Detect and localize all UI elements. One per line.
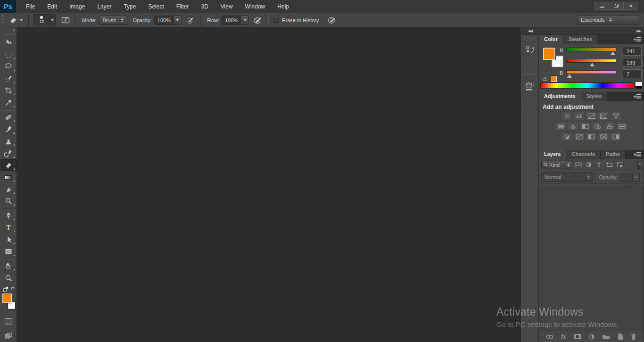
add-layer-style-button[interactable]: fx [561, 331, 566, 342]
tab-swatches[interactable]: Swatches [563, 35, 598, 44]
tool-move[interactable] [0, 37, 17, 49]
curves-icon[interactable] [586, 112, 596, 120]
canvas-area[interactable] [17, 27, 520, 342]
tab-adjustments[interactable]: Adjustments [539, 92, 581, 101]
tool-preset-picker[interactable] [7, 16, 25, 25]
tool-quick-selection[interactable] [0, 73, 17, 85]
red-slider[interactable] [566, 48, 616, 51]
swap-colors-icon[interactable]: ⇄ [11, 286, 15, 291]
gamut-warning-icon[interactable]: ⚠ [543, 75, 548, 82]
toolbar-header[interactable]: » [0, 27, 17, 33]
foreground-color-swatch[interactable] [543, 48, 555, 60]
menu-filter[interactable]: Filter [170, 0, 195, 13]
spectrum-white-swatch[interactable] [636, 82, 642, 86]
close-button[interactable]: ✕ [624, 2, 638, 10]
red-value-field[interactable]: 241 [623, 47, 642, 56]
toggle-brush-panel-button[interactable] [59, 14, 72, 26]
flow-dropdown[interactable]: 100% [222, 16, 249, 25]
green-value-field[interactable]: 133 [623, 58, 642, 67]
tab-color[interactable]: Color [539, 35, 563, 44]
delete-layer-button[interactable] [630, 331, 637, 342]
tool-gradient[interactable] [0, 171, 17, 183]
menu-view[interactable]: View [215, 0, 239, 13]
tool-zoom[interactable] [0, 272, 17, 284]
brush-picker-caret[interactable] [50, 14, 56, 26]
selective-color-icon[interactable] [611, 133, 621, 140]
toolbar-grip[interactable] [3, 33, 14, 35]
threshold-icon[interactable] [586, 133, 596, 140]
quick-mask-button[interactable] [0, 315, 17, 327]
flow-caret[interactable] [241, 16, 249, 25]
new-adjustment-layer-button[interactable] [588, 331, 595, 342]
color-balance-icon[interactable] [568, 122, 578, 130]
posterize-icon[interactable] [574, 133, 584, 140]
gamut-safe-swatch[interactable] [551, 76, 557, 82]
mode-dropdown[interactable]: Brush [99, 16, 127, 25]
brightness-contrast-icon[interactable] [561, 112, 572, 120]
tool-pen[interactable] [0, 210, 17, 222]
collapse-panels-icon[interactable]: ▶▶ [636, 29, 641, 33]
tool-rectangle[interactable] [0, 245, 17, 258]
tab-styles[interactable]: Styles [581, 92, 607, 101]
tool-crop[interactable] [0, 85, 17, 97]
menu-select[interactable]: Select [142, 0, 170, 13]
black-and-white-icon[interactable] [580, 122, 590, 130]
blue-slider-thumb[interactable] [567, 74, 572, 78]
tool-spot-healing-brush[interactable] [0, 111, 17, 123]
add-layer-mask-button[interactable] [573, 331, 581, 342]
pressure-size-button[interactable] [325, 14, 338, 26]
exposure-icon[interactable] [598, 112, 609, 120]
pressure-opacity-button[interactable] [184, 14, 197, 26]
menu-edit[interactable]: Edit [41, 0, 63, 13]
tool-hand[interactable] [0, 260, 17, 272]
tab-channels[interactable]: Channels [566, 150, 601, 159]
menu-image[interactable]: Image [63, 0, 91, 13]
expand-dock-icon[interactable]: ◀◀ [528, 29, 532, 33]
tool-brush[interactable] [0, 123, 17, 135]
layer-list[interactable] [539, 187, 644, 331]
tool-horizontal-type[interactable]: T [0, 221, 17, 234]
opacity-dropdown[interactable]: 100% [154, 16, 182, 25]
tool-eraser[interactable] [0, 159, 17, 171]
restore-button[interactable] [609, 2, 624, 10]
spectrum-black-swatch[interactable] [636, 86, 642, 89]
tool-path-selection[interactable] [0, 234, 17, 246]
menu-3d[interactable]: 3D [195, 0, 214, 13]
options-bar-grip[interactable] [1, 15, 4, 25]
vibrance-icon[interactable] [611, 112, 621, 120]
minimize-button[interactable] [594, 2, 609, 10]
layer-opacity-dropdown[interactable] [620, 173, 640, 182]
green-slider-thumb[interactable] [590, 63, 594, 66]
workspace-switcher[interactable]: Essentials [577, 15, 639, 24]
brush-preset-picker[interactable]: 13 [33, 14, 56, 26]
filter-shape-layers-icon[interactable] [605, 161, 614, 169]
blue-slider[interactable] [566, 70, 616, 74]
filter-smart-objects-icon[interactable] [615, 161, 624, 169]
tool-history-brush[interactable] [0, 147, 17, 159]
menu-type[interactable]: Type [117, 0, 142, 13]
erase-to-history-checkbox[interactable] [273, 17, 279, 23]
gradient-map-icon[interactable] [598, 133, 609, 140]
blue-value-field[interactable]: 7 [623, 69, 642, 78]
tool-rectangular-marquee[interactable] [0, 49, 17, 61]
tab-paths[interactable]: Paths [601, 150, 626, 159]
invert-icon[interactable] [561, 133, 572, 140]
menu-window[interactable]: Window [239, 0, 272, 13]
new-group-button[interactable] [602, 331, 610, 342]
properties-panel-button[interactable] [521, 71, 538, 107]
menu-help[interactable]: Help [271, 0, 295, 13]
opacity-caret[interactable] [174, 16, 182, 25]
green-slider[interactable] [566, 59, 616, 63]
background-color-swatch[interactable] [8, 302, 15, 309]
tool-eyedropper[interactable] [0, 97, 17, 109]
levels-icon[interactable] [574, 112, 584, 120]
color-spectrum-ramp[interactable] [540, 82, 635, 89]
link-layers-button[interactable] [545, 331, 554, 342]
panel-menu-icon[interactable] [634, 37, 641, 41]
tool-clone-stamp[interactable] [0, 135, 17, 147]
history-panel-button[interactable] [521, 35, 538, 71]
filter-toggle-switch[interactable] [637, 161, 641, 169]
screen-mode-button[interactable] [0, 330, 17, 342]
filter-kind-dropdown[interactable]: Kind [541, 161, 572, 169]
panel-menu-icon[interactable] [634, 94, 641, 98]
